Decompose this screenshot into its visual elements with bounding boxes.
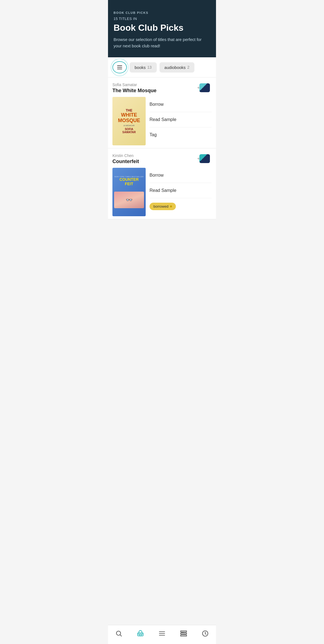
book-item-counterfeit: Kirstin Chen Counterfeit + NEW YORK TIME… [108, 148, 216, 219]
action-list-1: Borrow Read Sample Tag [146, 97, 212, 145]
tab-audiobooks-label: audiobooks [164, 65, 186, 70]
borrow-button-2[interactable]: Borrow [150, 168, 212, 183]
borrowed-label: borrowed [153, 204, 168, 208]
book-list: Sofia Samatar The White Mosque + THE WHI… [108, 78, 216, 219]
page-title: Book Club Picks [114, 23, 210, 33]
shelf-icon-1 [199, 83, 210, 92]
book-header-1: Sofia Samatar The White Mosque + [112, 83, 212, 94]
tag-button-1[interactable]: Tag [150, 127, 212, 142]
book-item-white-mosque: Sofia Samatar The White Mosque + THE WHI… [108, 78, 216, 148]
add-to-shelf-button-2[interactable]: + [199, 153, 212, 164]
borrow-button-1[interactable]: Borrow [150, 97, 212, 112]
book-meta-2: Kirstin Chen Counterfeit [112, 153, 199, 164]
filter-bar: books 13 audiobooks 2 [108, 57, 216, 78]
book-cover-2[interactable]: NEW YORK TIMES BESTSELLER COUNTERFEIT 👓 [112, 168, 146, 216]
borrowed-dot [170, 205, 172, 207]
book-header-2: Kirstin Chen Counterfeit + [112, 153, 212, 164]
tab-audiobooks-count: 2 [187, 65, 189, 69]
hamburger-icon [117, 65, 122, 69]
count-label: 15 TITLES IN [114, 17, 210, 21]
page-header: BOOK CLUB PICKS 15 TITLES IN Book Club P… [108, 0, 216, 57]
read-sample-button-1[interactable]: Read Sample [150, 112, 212, 127]
book-title-2: Counterfeit [112, 159, 199, 164]
page-description: Browse our selection of titles that are … [114, 37, 210, 49]
cover-text-mosque: THE WHITEMOSQUE A MEMOIR SOFIASAMATAR [116, 107, 142, 136]
book-meta-1: Sofia Samatar The White Mosque [112, 83, 199, 94]
action-list-2: Borrow Read Sample borrowed [146, 168, 212, 216]
read-sample-button-2[interactable]: Read Sample [150, 183, 212, 198]
filter-button[interactable] [112, 61, 127, 73]
section-label: BOOK CLUB PICKS [114, 11, 210, 14]
cover-text-counterfeit: NEW YORK TIMES BESTSELLER COUNTERFEIT 👓 [112, 174, 146, 210]
tab-audiobooks[interactable]: audiobooks 2 [160, 62, 195, 73]
book-title-1: The White Mosque [112, 88, 199, 94]
add-to-shelf-button-1[interactable]: + [199, 83, 212, 93]
shelf-icon-2 [199, 154, 210, 163]
borrowed-badge: borrowed [150, 203, 176, 210]
book-author-1: Sofia Samatar [112, 83, 199, 87]
book-cover-1[interactable]: THE WHITEMOSQUE A MEMOIR SOFIASAMATAR [112, 97, 146, 145]
book-author-2: Kirstin Chen [112, 153, 199, 158]
tab-books-label: books [135, 65, 146, 70]
tab-books-count: 13 [147, 65, 152, 69]
tab-books[interactable]: books 13 [130, 62, 157, 73]
book-cover-area-2: NEW YORK TIMES BESTSELLER COUNTERFEIT 👓 … [112, 168, 212, 216]
book-cover-area-1: THE WHITEMOSQUE A MEMOIR SOFIASAMATAR Bo… [112, 97, 212, 145]
